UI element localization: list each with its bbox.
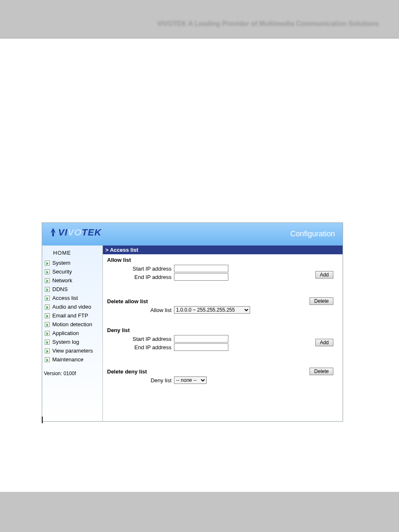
deny-end-ip-label: End IP address <box>107 344 174 350</box>
arrow-icon <box>45 340 50 345</box>
delete-deny-select[interactable]: -- none -- <box>174 376 207 384</box>
arrow-icon <box>45 304 50 309</box>
allow-start-ip-label: Start IP address <box>107 266 174 272</box>
allow-end-ip-input[interactable] <box>174 273 228 281</box>
deny-list-section: Deny list Start IP address End IP addres… <box>103 322 343 359</box>
arrow-icon <box>45 313 50 318</box>
delete-allow-button[interactable]: Delete <box>309 297 333 305</box>
sidebar-item-label: Maintenance <box>52 356 83 363</box>
sidebar-item-label: Security <box>52 269 72 275</box>
sidebar-item-label: Access list <box>52 295 78 301</box>
arrow-icon <box>45 296 50 301</box>
arrow-icon <box>45 357 50 362</box>
allow-end-ip-label: End IP address <box>107 274 174 280</box>
sidebar-item-label: DDNS <box>52 286 68 292</box>
delete-allow-section: Delete allow list Allow list 1.0.0.0 ~ 2… <box>103 289 343 322</box>
logo-part3: TEK <box>82 227 102 238</box>
content-area: > Access list Allow list Start IP addres… <box>103 246 343 421</box>
sidebar-item-label: Application <box>52 330 79 336</box>
sidebar: HOME System Security Network DDNS Access… <box>42 246 103 421</box>
deny-start-ip-input[interactable] <box>174 335 228 343</box>
allow-list-section: Allow list Start IP address End IP addre… <box>103 254 343 289</box>
sidebar-item-label: System log <box>52 339 79 345</box>
app-header: VIVOTEK Configuration <box>42 223 343 246</box>
vivotek-logo: VIVOTEK <box>50 227 102 238</box>
arrow-icon <box>45 322 50 327</box>
deny-end-ip-input[interactable] <box>174 343 228 351</box>
app-body: HOME System Security Network DDNS Access… <box>42 246 343 421</box>
bird-icon <box>50 228 57 237</box>
sidebar-item-label: View parameters <box>52 348 93 354</box>
sidebar-item-network[interactable]: Network <box>42 276 102 285</box>
sidebar-home-link[interactable]: HOME <box>42 246 102 258</box>
breadcrumb: > Access list <box>103 246 343 254</box>
sidebar-item-view-parameters[interactable]: View parameters <box>42 346 102 355</box>
allow-list-title: Allow list <box>107 257 338 263</box>
version-text: Version: 0100f <box>42 364 102 376</box>
sidebar-item-label: System <box>52 260 70 266</box>
sidebar-item-label: Motion detection <box>52 321 92 327</box>
delete-allow-title: Delete allow list <box>107 298 338 304</box>
sidebar-item-email-ftp[interactable]: Email and FTP <box>42 311 102 320</box>
sidebar-item-system-log[interactable]: System log <box>42 338 102 346</box>
sidebar-item-access-list[interactable]: Access list <box>42 294 102 302</box>
delete-deny-select-label: Deny list <box>107 377 174 384</box>
delete-deny-title: Delete deny list <box>107 368 338 375</box>
arrow-icon <box>45 348 50 353</box>
doc-footer-banner <box>0 492 399 532</box>
sidebar-item-label: Email and FTP <box>52 312 88 319</box>
logo-part1: VI <box>58 227 68 238</box>
config-window: VIVOTEK Configuration HOME System Securi… <box>42 223 343 422</box>
delete-allow-select-label: Allow list <box>107 307 174 313</box>
deny-list-title: Deny list <box>107 327 338 333</box>
arrow-icon <box>45 261 50 266</box>
sidebar-item-audio-video[interactable]: Audio and video <box>42 302 102 311</box>
sidebar-item-system[interactable]: System <box>42 258 102 267</box>
delete-deny-section: Delete deny list Deny list -- none -- De… <box>103 359 343 392</box>
sidebar-item-security[interactable]: Security <box>42 267 102 276</box>
sidebar-item-label: Audio and video <box>52 304 91 310</box>
delete-allow-select[interactable]: 1.0.0.0 ~ 255.255.255.255 <box>174 306 250 314</box>
sidebar-item-ddns[interactable]: DDNS <box>42 285 102 294</box>
doc-header-banner: VIVOTEK A Leading Provider of Multimedia… <box>0 0 399 38</box>
logo-part2: VO <box>68 227 82 238</box>
page-title: Configuration <box>290 230 335 238</box>
arrow-icon <box>45 331 50 336</box>
sidebar-item-label: Network <box>52 277 72 284</box>
doc-header-blurred-text: VIVOTEK A Leading Provider of Multimedia… <box>157 20 379 28</box>
allow-add-button[interactable]: Add <box>315 271 333 279</box>
arrow-icon <box>45 287 50 292</box>
deny-start-ip-label: Start IP address <box>107 336 174 342</box>
arrow-icon <box>45 278 50 283</box>
deny-add-button[interactable]: Add <box>315 339 333 346</box>
sidebar-item-application[interactable]: Application <box>42 329 102 338</box>
arrow-icon <box>45 269 50 274</box>
delete-deny-button[interactable]: Delete <box>309 368 333 375</box>
sidebar-item-maintenance[interactable]: Maintenance <box>42 355 102 364</box>
allow-start-ip-input[interactable] <box>174 265 228 272</box>
text-cursor <box>42 417 43 423</box>
sidebar-item-motion-detection[interactable]: Motion detection <box>42 320 102 329</box>
